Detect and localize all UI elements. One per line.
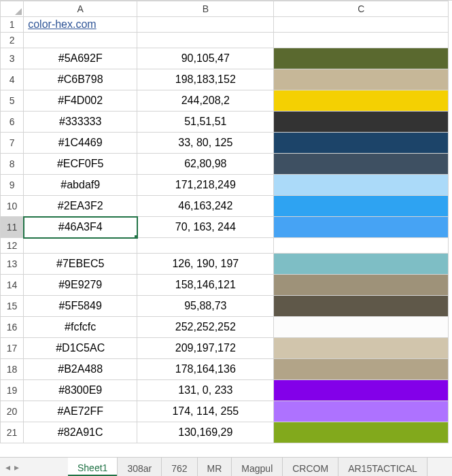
row-header-2[interactable]: 2 [1, 33, 24, 48]
cell-C13[interactable] [274, 254, 449, 275]
cell-B8[interactable]: 62,80,98 [137, 154, 274, 175]
cell-C2[interactable] [274, 33, 449, 48]
cell-C21[interactable] [274, 422, 449, 443]
row-header-7[interactable]: 7 [1, 133, 24, 154]
cell-A14[interactable]: #9E9279 [24, 275, 137, 296]
row-header-16[interactable]: 16 [1, 317, 24, 338]
spreadsheet-grid: A B C 1color-hex.com23#5A692F90,105,474#… [0, 0, 452, 457]
sheet-tab-sheet1[interactable]: Sheet1 [68, 458, 118, 476]
sheet-tab-mr[interactable]: MR [197, 458, 232, 476]
row-header-20[interactable]: 20 [1, 401, 24, 422]
cell-C3[interactable] [274, 48, 449, 69]
cell-A8[interactable]: #ECF0F5 [24, 154, 137, 175]
cell-B15[interactable]: 95,88,73 [137, 296, 274, 317]
tab-scroll-right-icon[interactable]: ▸ [14, 462, 19, 473]
row-header-21[interactable]: 21 [1, 422, 24, 443]
sheet-tab-bar: ◂ ▸ Sheet1308ar762MRMagpulCRCOMAR15TACTI… [0, 457, 452, 476]
cell-C5[interactable] [274, 90, 449, 112]
cell-A17[interactable]: #D1C5AC [24, 338, 137, 359]
row-header-5[interactable]: 5 [1, 90, 24, 112]
cell-B1[interactable] [137, 17, 274, 33]
row-header-10[interactable]: 10 [1, 196, 24, 217]
sheet-tab-308ar[interactable]: 308ar [117, 458, 162, 476]
sheet-tab-762[interactable]: 762 [161, 458, 197, 476]
cell-A20[interactable]: #AE72FF [24, 401, 137, 422]
cell-B18[interactable]: 178,164,136 [137, 359, 274, 380]
cell-C20[interactable] [274, 401, 449, 422]
cell-A5[interactable]: #F4D002 [24, 90, 137, 112]
cell-A15[interactable]: #5F5849 [24, 296, 137, 317]
row-header-12[interactable]: 12 [1, 238, 24, 254]
cell-B20[interactable]: 174, 114, 255 [137, 401, 274, 422]
row-header-3[interactable]: 3 [1, 48, 24, 69]
sheet-tab-ar15tactical[interactable]: AR15TACTICAL [338, 458, 428, 476]
cell-C17[interactable] [274, 338, 449, 359]
cell-B17[interactable]: 209,197,172 [137, 338, 274, 359]
cell-C11[interactable] [274, 217, 449, 238]
cell-A1[interactable]: color-hex.com [24, 17, 137, 33]
cell-B12[interactable] [137, 238, 274, 254]
row-header-11[interactable]: 11 [1, 217, 24, 238]
cell-B21[interactable]: 130,169,29 [137, 422, 274, 443]
row-header-19[interactable]: 19 [1, 380, 24, 401]
row-header-14[interactable]: 14 [1, 275, 24, 296]
cell-B7[interactable]: 33, 80, 125 [137, 133, 274, 154]
row-header-18[interactable]: 18 [1, 359, 24, 380]
cell-A21[interactable]: #82A91C [24, 422, 137, 443]
cell-C16[interactable] [274, 317, 449, 338]
cell-B11[interactable]: 70, 163, 244 [137, 217, 274, 238]
row-header-17[interactable]: 17 [1, 338, 24, 359]
cell-B14[interactable]: 158,146,121 [137, 275, 274, 296]
select-all-corner[interactable] [1, 1, 24, 17]
cell-C7[interactable] [274, 133, 449, 154]
tab-scroll-left-icon[interactable]: ◂ [5, 462, 10, 473]
cell-C14[interactable] [274, 275, 449, 296]
cell-A9[interactable]: #abdaf9 [24, 175, 137, 196]
cell-B4[interactable]: 198,183,152 [137, 69, 274, 90]
sheet-tab-magpul[interactable]: Magpul [231, 458, 283, 476]
cell-B9[interactable]: 171,218,249 [137, 175, 274, 196]
cell-A6[interactable]: #333333 [24, 112, 137, 133]
cell-A3[interactable]: #5A692F [24, 48, 137, 69]
cell-A7[interactable]: #1C4469 [24, 133, 137, 154]
cell-B16[interactable]: 252,252,252 [137, 317, 274, 338]
col-header-A[interactable]: A [24, 1, 137, 17]
cell-A16[interactable]: #fcfcfc [24, 317, 137, 338]
col-header-C[interactable]: C [274, 1, 449, 17]
cell-A12[interactable] [24, 238, 137, 254]
cell-C8[interactable] [274, 154, 449, 175]
cell-A11[interactable]: #46A3F4 [24, 217, 137, 238]
cell-A19[interactable]: #8300E9 [24, 380, 137, 401]
link-color-hex[interactable]: color-hex.com [28, 18, 96, 30]
row-header-13[interactable]: 13 [1, 254, 24, 275]
sheet-tab-crcom[interactable]: CRCOM [282, 458, 338, 476]
cell-B19[interactable]: 131, 0, 233 [137, 380, 274, 401]
cell-B3[interactable]: 90,105,47 [137, 48, 274, 69]
cell-A2[interactable] [24, 33, 137, 48]
row-header-15[interactable]: 15 [1, 296, 24, 317]
row-header-4[interactable]: 4 [1, 69, 24, 90]
cell-C4[interactable] [274, 69, 449, 90]
cell-C19[interactable] [274, 380, 449, 401]
cell-A18[interactable]: #B2A488 [24, 359, 137, 380]
cell-C9[interactable] [274, 175, 449, 196]
row-header-6[interactable]: 6 [1, 112, 24, 133]
cell-B10[interactable]: 46,163,242 [137, 196, 274, 217]
row-header-1[interactable]: 1 [1, 17, 24, 33]
cell-C15[interactable] [274, 296, 449, 317]
cell-B6[interactable]: 51,51,51 [137, 112, 274, 133]
cell-A13[interactable]: #7EBEC5 [24, 254, 137, 275]
cell-C12[interactable] [274, 238, 449, 254]
cell-A4[interactable]: #C6B798 [24, 69, 137, 90]
cell-C6[interactable] [274, 112, 449, 133]
cell-A10[interactable]: #2EA3F2 [24, 196, 137, 217]
cell-B5[interactable]: 244,208,2 [137, 90, 274, 112]
cell-C18[interactable] [274, 359, 449, 380]
cell-B2[interactable] [137, 33, 274, 48]
row-header-9[interactable]: 9 [1, 175, 24, 196]
cell-C1[interactable] [274, 17, 449, 33]
cell-B13[interactable]: 126, 190, 197 [137, 254, 274, 275]
row-header-8[interactable]: 8 [1, 154, 24, 175]
cell-C10[interactable] [274, 196, 449, 217]
col-header-B[interactable]: B [137, 1, 274, 17]
